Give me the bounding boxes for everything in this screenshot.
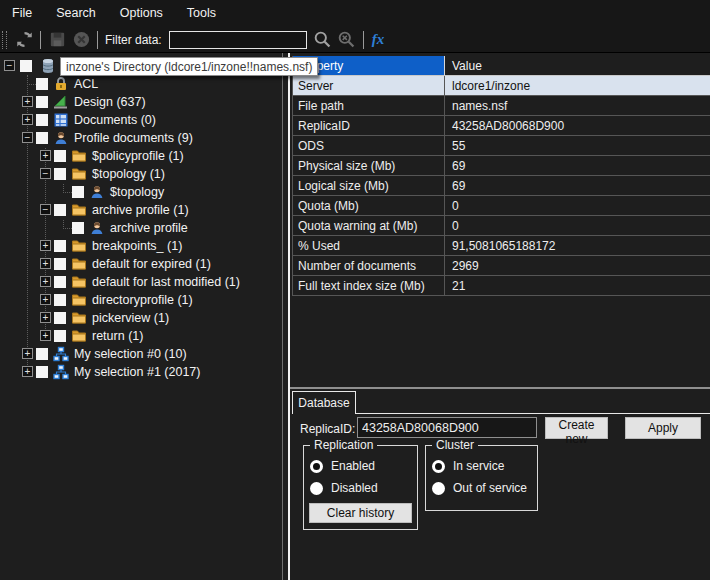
tree-item-label[interactable]: default for last modified (1) — [92, 275, 240, 289]
replication-disabled-option[interactable]: Disabled — [310, 481, 378, 495]
collapse-icon[interactable]: − — [4, 60, 15, 71]
expand-icon[interactable]: + — [40, 294, 51, 305]
tree-checkbox[interactable] — [36, 114, 48, 126]
apply-button[interactable]: Apply — [625, 417, 701, 439]
radio-unselected-icon[interactable] — [432, 482, 445, 495]
tree-checkbox[interactable] — [36, 348, 48, 360]
save-button[interactable] — [45, 29, 69, 51]
tree-item-label[interactable]: default for expired (1) — [92, 257, 211, 271]
cluster-out-of-service-option[interactable]: Out of service — [432, 481, 527, 495]
tree-checkbox[interactable] — [20, 60, 32, 72]
tab-database[interactable]: Database — [292, 391, 356, 414]
expand-icon[interactable]: + — [22, 114, 33, 125]
tree-item-label[interactable]: return (1) — [92, 329, 143, 343]
collapse-icon[interactable]: − — [40, 204, 51, 215]
property-row[interactable]: File pathnames.nsf — [293, 96, 710, 116]
tree-item[interactable]: +breakpoints_ (1) — [0, 237, 280, 255]
tree-item-label[interactable]: ACL — [74, 77, 98, 91]
tree-checkbox[interactable] — [36, 96, 48, 108]
property-row[interactable]: Quota (Mb)0 — [293, 196, 710, 216]
expand-icon[interactable]: + — [40, 150, 51, 161]
tree-item[interactable]: +default for expired (1) — [0, 255, 280, 273]
tree-item[interactable]: +pickerview (1) — [0, 309, 280, 327]
property-row[interactable]: ReplicaID43258AD80068D900 — [293, 116, 710, 136]
collapse-icon[interactable]: − — [22, 132, 33, 143]
tree-item-label[interactable]: pickerview (1) — [92, 311, 169, 325]
tree-item[interactable]: archive profile — [0, 219, 280, 237]
refresh-button[interactable] — [12, 29, 36, 51]
formula-fx-button[interactable]: fx — [368, 31, 389, 48]
menu-item-options[interactable]: Options — [108, 0, 175, 27]
tree-checkbox[interactable] — [54, 240, 66, 252]
bottom-panel-separator[interactable] — [290, 387, 710, 389]
tree-checkbox[interactable] — [72, 186, 84, 198]
create-new-button[interactable]: Create new — [545, 417, 608, 439]
filter-data-input[interactable] — [169, 31, 307, 49]
expand-icon[interactable]: + — [40, 312, 51, 323]
tree-item-label[interactable]: $policyprofile (1) — [92, 149, 184, 163]
tree-checkbox[interactable] — [54, 276, 66, 288]
tree-item-label[interactable]: Profile documents (9) — [74, 131, 193, 145]
tree-item[interactable]: +return (1) — [0, 327, 280, 345]
clear-history-button[interactable]: Clear history — [309, 503, 412, 523]
tree-item[interactable]: +$policyprofile (1) — [0, 147, 280, 165]
tree-item[interactable]: +My selection #0 (10) — [0, 345, 280, 363]
collapse-icon[interactable]: − — [40, 168, 51, 179]
expand-icon[interactable]: + — [22, 96, 33, 107]
tree-checkbox[interactable] — [54, 258, 66, 270]
property-row[interactable]: Full text index size (Mb)21 — [293, 276, 710, 296]
tree-checkbox[interactable] — [54, 330, 66, 342]
tree-item-label[interactable]: archive profile — [110, 221, 188, 235]
menu-item-file[interactable]: File — [0, 0, 44, 27]
radio-selected-icon[interactable] — [432, 460, 445, 473]
tree-item-label[interactable]: breakpoints_ (1) — [92, 239, 182, 253]
tree-item[interactable]: −archive profile (1) — [0, 201, 280, 219]
expand-icon[interactable]: + — [22, 348, 33, 359]
property-row[interactable]: Logical size (Mb)69 — [293, 176, 710, 196]
tree-item-label[interactable]: Design (637) — [74, 95, 146, 109]
property-row[interactable]: Number of documents2969 — [293, 256, 710, 276]
cancel-button[interactable] — [69, 29, 93, 51]
value-column-header[interactable]: Value — [445, 56, 710, 75]
tree-item[interactable]: $topology — [0, 183, 280, 201]
tree-checkbox[interactable] — [36, 78, 48, 90]
expand-icon[interactable]: + — [40, 240, 51, 251]
expand-icon[interactable]: + — [40, 258, 51, 269]
menu-item-tools[interactable]: Tools — [175, 0, 228, 27]
tree-checkbox[interactable] — [36, 366, 48, 378]
tree-item[interactable]: +directoryprofile (1) — [0, 291, 280, 309]
property-table-header[interactable]: Property Value — [293, 56, 710, 76]
search-button[interactable] — [311, 29, 335, 51]
radio-selected-icon[interactable] — [310, 460, 323, 473]
tree-item-label[interactable]: My selection #0 (10) — [74, 347, 187, 361]
tree-item-label[interactable]: directoryprofile (1) — [92, 293, 193, 307]
tree-item-label[interactable]: Documents (0) — [74, 113, 156, 127]
tree-checkbox[interactable] — [72, 222, 84, 234]
tree-item[interactable]: −Profile documents (9) — [0, 129, 280, 147]
tree-item[interactable]: ACL — [0, 75, 280, 93]
tree-item[interactable]: +Documents (0) — [0, 111, 280, 129]
cluster-in-service-option[interactable]: In service — [432, 459, 504, 473]
tree-item-label[interactable]: archive profile (1) — [92, 203, 189, 217]
tree-item-label[interactable]: $topology — [110, 185, 164, 199]
radio-unselected-icon[interactable] — [310, 482, 323, 495]
tree-item-label[interactable]: $topology (1) — [92, 167, 165, 181]
tree-checkbox[interactable] — [54, 150, 66, 162]
expand-icon[interactable]: + — [22, 366, 33, 377]
expand-icon[interactable]: + — [40, 330, 51, 341]
tree-item-label[interactable]: My selection #1 (2017) — [74, 365, 200, 379]
expand-icon[interactable]: + — [40, 276, 51, 287]
property-row[interactable]: % Used91,5081065188172 — [293, 236, 710, 256]
tree-item[interactable]: +My selection #1 (2017) — [0, 363, 280, 381]
replicaid-input[interactable] — [357, 417, 537, 438]
toolbar-grip[interactable] — [2, 31, 7, 49]
property-row[interactable]: Serverldcore1/inzone — [293, 76, 710, 96]
tree-item[interactable]: −$topology (1) — [0, 165, 280, 183]
tree-checkbox[interactable] — [36, 132, 48, 144]
clear-search-button[interactable] — [335, 29, 359, 51]
property-row[interactable]: Physical size (Mb)69 — [293, 156, 710, 176]
menu-item-search[interactable]: Search — [44, 0, 108, 27]
tree-checkbox[interactable] — [54, 294, 66, 306]
tree-item[interactable]: +Design (637) — [0, 93, 280, 111]
property-row[interactable]: Quota warning at (Mb)0 — [293, 216, 710, 236]
